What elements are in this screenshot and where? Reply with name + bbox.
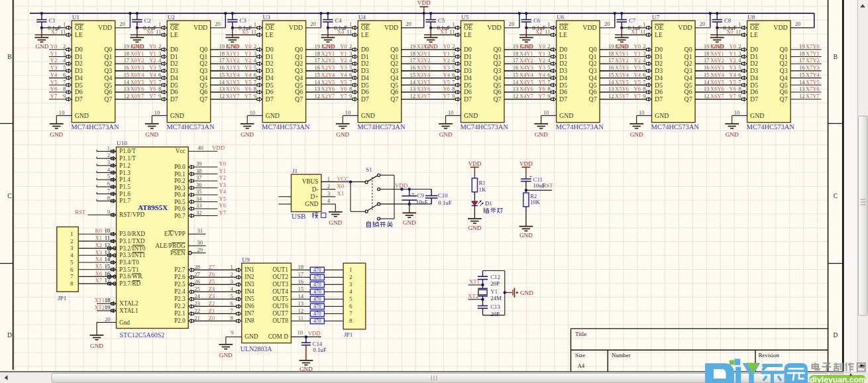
- svg-text:14: 14: [799, 79, 805, 85]
- svg-text:1: 1: [158, 21, 161, 28]
- svg-text:P3.0/RXD: P3.0/RXD: [119, 231, 145, 237]
- svg-text:6: 6: [452, 72, 455, 78]
- svg-text:470: 470: [313, 289, 321, 295]
- svg-text:D0: D0: [75, 46, 83, 53]
- svg-text:Q3: Q3: [390, 67, 398, 74]
- svg-text:GND: GND: [170, 112, 184, 119]
- svg-text:Q7: Q7: [390, 95, 398, 103]
- svg-text:VDD: VDD: [487, 24, 501, 31]
- svg-text:Q7: Q7: [589, 95, 597, 103]
- svg-text:Q7: Q7: [780, 95, 788, 103]
- svg-text:VDD: VDD: [384, 24, 398, 31]
- svg-text:10: 10: [298, 329, 303, 336]
- svg-text:U10: U10: [117, 140, 127, 146]
- svg-text:P0.1: P0.1: [174, 171, 186, 178]
- svg-text:10: 10: [250, 109, 256, 116]
- svg-text:6: 6: [349, 72, 353, 78]
- svg-text:3: 3: [254, 50, 256, 57]
- svg-text:Y6: Y6: [634, 85, 641, 92]
- svg-text:5: 5: [349, 64, 352, 71]
- svg-text:1: 1: [327, 176, 330, 182]
- svg-text:15: 15: [314, 72, 320, 78]
- svg-text:Q7: Q7: [684, 95, 692, 103]
- svg-text:X4Y4: X4Y4: [519, 72, 534, 78]
- svg-text:OE: OE: [464, 24, 472, 31]
- svg-text:18: 18: [298, 264, 303, 270]
- svg-text:Q6: Q6: [104, 88, 112, 95]
- svg-text:Q5: Q5: [199, 82, 207, 89]
- svg-text:10: 10: [59, 109, 65, 116]
- svg-text:3: 3: [158, 50, 161, 57]
- svg-text:Q7: Q7: [199, 95, 207, 103]
- svg-text:Q3: Q3: [104, 67, 112, 74]
- svg-text:Y2: Y2: [149, 57, 156, 64]
- svg-text:X1: X1: [95, 235, 102, 241]
- svg-text:LE: LE: [655, 31, 663, 38]
- svg-text:Y1: Y1: [490, 288, 498, 295]
- svg-text:D4: D4: [75, 74, 83, 82]
- svg-text:D6: D6: [750, 88, 758, 95]
- svg-text:Q3: Q3: [589, 67, 597, 74]
- svg-text:14: 14: [410, 79, 416, 85]
- svg-text:GND: GND: [35, 43, 48, 50]
- svg-text:GND: GND: [726, 131, 739, 138]
- svg-text:MC74HC573AN: MC74HC573AN: [556, 123, 604, 131]
- svg-text:IN8: IN8: [244, 317, 254, 324]
- svg-text:RST: RST: [75, 209, 86, 215]
- svg-text:D+: D+: [311, 193, 319, 200]
- svg-text:9: 9: [643, 93, 645, 99]
- svg-text:X3: X3: [95, 249, 102, 256]
- svg-text:GND: GND: [616, 43, 629, 50]
- svg-text:OE: OE: [655, 24, 663, 31]
- svg-text:X7Y2: X7Y2: [806, 57, 820, 64]
- svg-text:X5: X5: [242, 28, 248, 35]
- svg-text:Gnd: Gnd: [119, 319, 130, 326]
- svg-text:Q2: Q2: [589, 60, 597, 67]
- svg-text:U8: U8: [747, 14, 755, 21]
- svg-text:P2.6: P2.6: [174, 274, 186, 280]
- svg-text:VDD: VDD: [582, 24, 596, 31]
- svg-text:MC74HC573AN: MC74HC573AN: [71, 123, 119, 131]
- svg-text:7: 7: [643, 79, 646, 85]
- svg-text:2: 2: [452, 43, 455, 50]
- svg-text:4: 4: [547, 57, 551, 64]
- svg-text:7: 7: [349, 310, 353, 317]
- svg-text:OE: OE: [750, 24, 759, 31]
- svg-text:13: 13: [124, 85, 130, 92]
- svg-text:Y2: Y2: [50, 57, 57, 64]
- svg-text:X3Y5: X3Y5: [417, 79, 431, 85]
- svg-text:20: 20: [406, 21, 411, 27]
- svg-text:OE: OE: [559, 24, 568, 31]
- svg-text:D4: D4: [361, 74, 369, 82]
- svg-text:9: 9: [107, 209, 110, 215]
- svg-text:Y2: Y2: [443, 57, 450, 64]
- svg-text:Q1: Q1: [390, 53, 398, 60]
- svg-text:9: 9: [738, 93, 741, 99]
- svg-text:LE: LE: [750, 31, 758, 38]
- svg-text:5: 5: [231, 293, 233, 300]
- svg-text:D1: D1: [559, 53, 567, 60]
- svg-text:12: 12: [124, 93, 130, 99]
- svg-text:3: 3: [547, 50, 550, 57]
- svg-text:GND: GND: [655, 112, 669, 119]
- svg-text:21: 21: [194, 315, 200, 321]
- svg-text:2: 2: [738, 43, 741, 50]
- svg-text:Title: Title: [575, 331, 586, 337]
- svg-text:P0.3: P0.3: [174, 185, 186, 192]
- svg-text:X0: X0: [726, 28, 733, 35]
- svg-text:Q5: Q5: [589, 82, 597, 89]
- svg-text:D6: D6: [559, 88, 567, 95]
- svg-text:D6: D6: [266, 88, 274, 95]
- svg-text:VDD: VDD: [519, 160, 533, 167]
- svg-text:16: 16: [104, 270, 110, 277]
- svg-text:Q6: Q6: [684, 88, 692, 95]
- svg-text:15: 15: [219, 72, 225, 78]
- svg-text:Y0: Y0: [340, 43, 347, 50]
- svg-text:12: 12: [799, 93, 805, 99]
- svg-text:10: 10: [448, 109, 454, 116]
- svg-text:8: 8: [70, 280, 74, 287]
- svg-text:D1: D1: [75, 53, 83, 60]
- svg-text:D: D: [7, 332, 12, 339]
- svg-text:J1: J1: [292, 168, 298, 174]
- svg-text:X1Y4: X1Y4: [226, 72, 241, 78]
